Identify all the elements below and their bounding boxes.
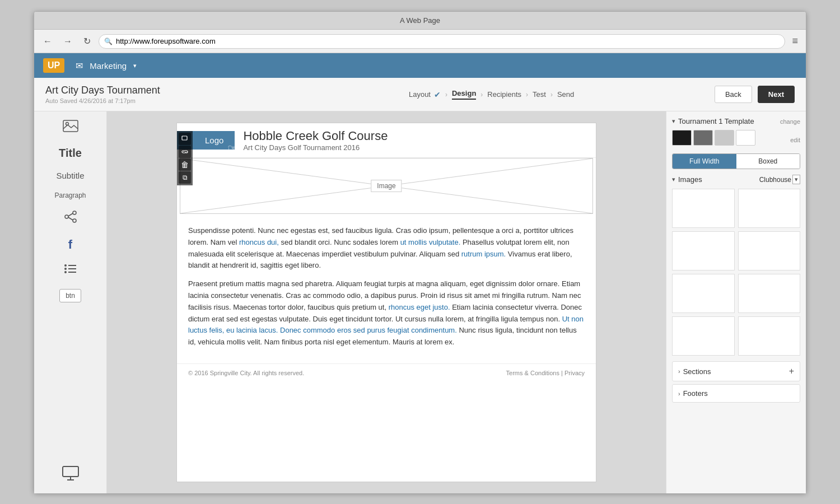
image-placeholder-label: Image xyxy=(371,180,402,192)
color-swatch-light[interactable] xyxy=(715,130,734,146)
boxed-button[interactable]: Boxed xyxy=(736,154,800,169)
share-icon xyxy=(63,211,78,226)
images-header: ▾ Images Clubhouse ▾ xyxy=(672,175,800,184)
color-swatch-white[interactable] xyxy=(736,130,755,146)
email-title-block: Hobble Creek Golf Course Art City Days G… xyxy=(243,129,388,152)
dropdown-caret-icon: ▾ xyxy=(792,175,800,184)
color-swatch-black[interactable] xyxy=(672,130,692,146)
subtitle-tool[interactable]: Subtitle xyxy=(56,171,84,180)
svg-rect-0 xyxy=(63,120,78,132)
footers-section: › Footers xyxy=(672,384,800,403)
svg-point-12 xyxy=(64,271,67,273)
sections-chevron-icon: › xyxy=(678,368,680,375)
window-chrome: A Web Page ← → ↻ 🔍 ≡ UP ✉ Marketing ▾ Ar… xyxy=(34,11,806,493)
email-body: Suspendisse potenti. Nunc nec egestas es… xyxy=(177,217,596,363)
forward-button[interactable]: → xyxy=(60,34,76,49)
image-thumb-5[interactable] xyxy=(672,274,735,313)
image-thumb-8[interactable] xyxy=(738,316,801,356)
image-area[interactable]: Image xyxy=(180,158,593,214)
paragraph-tool[interactable]: Paragraph xyxy=(54,192,86,199)
logo-link-button[interactable] xyxy=(179,146,191,158)
logo-delete-button[interactable]: 🗑 xyxy=(179,158,191,171)
page-title: Art City Days Tournament xyxy=(45,85,268,96)
sections-title: Sections xyxy=(683,367,711,376)
image-thumb-6[interactable] xyxy=(738,274,801,313)
title-tool-label: Title xyxy=(59,147,82,160)
step-send-label: Send xyxy=(557,90,574,99)
nav-sep-3: › xyxy=(526,91,528,99)
marketing-nav[interactable]: Marketing xyxy=(90,61,127,71)
sections-header[interactable]: › Sections + xyxy=(672,361,800,381)
body-link-4: rhoncus eget justo. xyxy=(389,303,450,311)
step-design-label: Design xyxy=(452,89,476,97)
sections-add-button[interactable]: + xyxy=(789,366,794,376)
button-preview: btn xyxy=(59,289,81,302)
refresh-button[interactable]: ↻ xyxy=(80,34,94,49)
step-recipients[interactable]: Recipients xyxy=(487,90,521,99)
button-tool[interactable]: btn xyxy=(59,289,81,302)
email-header: 🗑 ⧉ Logo ☞ Hobble Creek Golf Course Art … xyxy=(177,123,596,158)
back-button[interactable]: ← xyxy=(40,34,55,49)
step-test[interactable]: Test xyxy=(533,90,546,99)
logo-edit-button[interactable] xyxy=(179,133,191,145)
header-actions: Back Next xyxy=(715,86,795,103)
app-logo[interactable]: UP xyxy=(43,58,64,73)
image-thumb-1[interactable] xyxy=(672,189,735,228)
body-text-p1b: sed blandit orci. Nunc sodales lorem xyxy=(279,238,400,246)
footers-chevron-icon: › xyxy=(678,390,680,397)
browser-menu-button[interactable]: ≡ xyxy=(790,33,800,49)
golf-course-title: Hobble Creek Golf Course xyxy=(243,129,388,143)
subtitle-tool-label: Subtitle xyxy=(56,171,84,180)
left-sidebar: Title Subtitle Paragraph f xyxy=(34,111,107,493)
footers-header[interactable]: › Footers xyxy=(672,384,800,403)
step-design[interactable]: Design xyxy=(452,89,476,100)
step-send[interactable]: Send xyxy=(557,90,574,99)
list-tool[interactable] xyxy=(64,263,77,278)
footers-header-left: › Footers xyxy=(678,389,708,398)
color-swatch-gray[interactable] xyxy=(693,130,713,146)
facebook-icon: f xyxy=(68,237,72,252)
next-button[interactable]: Next xyxy=(758,86,795,103)
main-content: Title Subtitle Paragraph f xyxy=(34,111,806,493)
monitor-tool[interactable] xyxy=(62,465,80,485)
layout-check-icon: ✔ xyxy=(434,90,441,99)
share-tool[interactable] xyxy=(63,211,78,226)
template-edit-link[interactable]: edit xyxy=(790,137,800,143)
step-nav: Layout ✔ › Design › Recipients › Test › … xyxy=(268,89,715,100)
layout-buttons: Full Width Boxed xyxy=(672,153,800,169)
right-sidebar: ▾ Tournament 1 Template change edit F xyxy=(666,111,806,493)
template-header-left: ▾ Tournament 1 Template xyxy=(672,117,754,125)
facebook-tool[interactable]: f xyxy=(68,237,72,252)
image-icon xyxy=(63,120,78,136)
clubhouse-label: Clubhouse xyxy=(759,176,791,184)
paragraph-tool-label: Paragraph xyxy=(54,192,86,199)
svg-point-2 xyxy=(73,211,76,214)
monitor-icon xyxy=(62,465,80,485)
title-tool[interactable]: Title xyxy=(59,147,82,160)
window-title: A Web Page xyxy=(400,16,440,25)
template-title: Tournament 1 Template xyxy=(678,117,754,125)
svg-rect-13 xyxy=(63,466,78,477)
svg-line-6 xyxy=(68,217,73,220)
images-dropdown[interactable]: Clubhouse ▾ xyxy=(759,175,800,184)
email-preview: 🗑 ⧉ Logo ☞ Hobble Creek Golf Course Art … xyxy=(176,123,596,482)
image-thumb-7[interactable] xyxy=(672,316,735,356)
full-width-button[interactable]: Full Width xyxy=(673,154,736,169)
template-change-link[interactable]: change xyxy=(780,118,800,125)
image-thumb-2[interactable] xyxy=(738,189,801,228)
nav-caret-icon: ▾ xyxy=(133,62,137,69)
email-footer: © 2016 Springville City. All rights rese… xyxy=(177,363,596,382)
image-thumb-3[interactable] xyxy=(672,231,735,270)
back-button[interactable]: Back xyxy=(715,86,752,103)
app-header: UP ✉ Marketing ▾ xyxy=(34,53,806,78)
svg-rect-16 xyxy=(182,136,187,140)
step-layout[interactable]: Layout ✔ xyxy=(409,90,441,99)
logo-copy-button[interactable]: ⧉ xyxy=(179,171,191,184)
url-input[interactable] xyxy=(99,34,785,49)
image-thumb-4[interactable] xyxy=(738,231,801,270)
image-tool[interactable] xyxy=(63,120,78,136)
logo-block[interactable]: 🗑 ⧉ Logo ☞ xyxy=(177,131,235,150)
footers-title: Footers xyxy=(683,389,708,398)
autosave-label: Auto Saved 4/26/2016 at 7:17pm xyxy=(45,97,268,104)
email-icon: ✉ xyxy=(76,60,83,71)
